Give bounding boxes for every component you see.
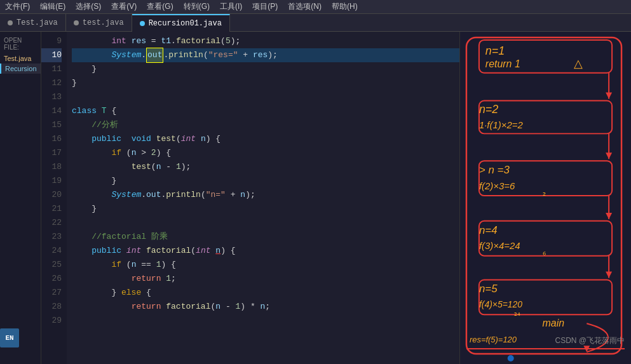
svg-point-32 — [508, 355, 514, 361]
svg-text:n=1: n=1 — [485, 44, 505, 57]
menu-view[interactable]: 查看(V) — [109, 1, 139, 12]
en-badge: EN — [0, 328, 19, 347]
code-area: 9 10 11 12 13 14 15 16 17 18 19 20 21 22… — [41, 32, 459, 364]
line-num-9: 9 — [41, 34, 62, 48]
svg-marker-17 — [606, 213, 612, 219]
code-line-19: } — [72, 174, 459, 188]
code-line-25: if ( n == 1 ) { — [72, 258, 459, 272]
tab-dot-active — [140, 21, 145, 26]
menu-go[interactable]: 转到(G) — [181, 1, 212, 12]
code-line-29 — [72, 314, 459, 328]
menu-select[interactable]: 选择(S) — [73, 1, 104, 12]
svg-text:f(4)×5=120: f(4)×5=120 — [479, 299, 522, 309]
tabbar: Test.java test.java Recursion01.java — [0, 14, 631, 32]
code-line-18: test ( n - 1 ); — [72, 160, 459, 174]
svg-text:f(3)×4=24: f(3)×4=24 — [479, 240, 520, 251]
line-num-15: 15 — [41, 118, 62, 132]
code-line-21: } — [72, 202, 459, 216]
tab-test-java[interactable]: Test.java — [0, 14, 66, 32]
code-line-26: return 1 ; — [72, 272, 459, 286]
menu-tools[interactable]: 工具(I) — [217, 1, 245, 12]
menu-help[interactable]: 帮助(H) — [329, 1, 360, 12]
line-num-16: 16 — [41, 132, 62, 146]
annotation-panel: n=1 return 1 △ n=2 1·f(1)×2=2 > n =3 f(2… — [459, 32, 631, 364]
svg-text:1·f(1)×2=2: 1·f(1)×2=2 — [479, 119, 524, 130]
code-line-20: System . out . println ( "n=" + n ); — [72, 188, 459, 202]
svg-text:f(2)×3=6: f(2)×3=6 — [479, 180, 515, 191]
svg-text:return 1: return 1 — [485, 58, 520, 69]
line-numbers: 9 10 11 12 13 14 15 16 17 18 19 20 21 22… — [41, 32, 67, 364]
line-num-10: 10 — [41, 48, 62, 62]
svg-text:₆: ₆ — [543, 248, 546, 257]
line-num-13: 13 — [41, 90, 62, 104]
main-layout: OPEN FILE: Test.java Recursion 9 10 11 1… — [0, 32, 631, 364]
line-num-24: 24 — [41, 244, 62, 258]
line-num-29: 29 — [41, 314, 62, 328]
code-line-24: public int factorial ( int n ) { — [72, 244, 459, 258]
code-line-10: System . out . println ( "res=" + res ); — [72, 48, 459, 62]
code-line-13 — [72, 90, 459, 104]
code-line-23: //factorial 阶乘 — [72, 230, 459, 244]
line-num-14: 14 — [41, 104, 62, 118]
line-num-18: 18 — [41, 160, 62, 174]
svg-marker-11 — [606, 152, 612, 159]
menu-prefs[interactable]: 首选项(N) — [285, 1, 324, 12]
svg-text:△: △ — [574, 57, 583, 70]
svg-marker-6 — [606, 93, 612, 99]
tab-label-active: Recursion01.java — [149, 19, 222, 28]
svg-text:₂: ₂ — [543, 188, 546, 198]
code-line-17: if ( n > 2 ) { — [72, 146, 459, 160]
code-content: 9 10 11 12 13 14 15 16 17 18 19 20 21 22… — [41, 32, 459, 364]
line-num-22: 22 — [41, 216, 62, 230]
csdn-watermark: CSDN @飞花落雨中 — [555, 335, 625, 346]
code-line-15: //分析 — [72, 118, 459, 132]
tab-dot — [74, 20, 79, 25]
annotation-drawing: n=1 return 1 △ n=2 1·f(1)×2=2 > n =3 f(2… — [460, 32, 631, 364]
tab-label: Test.java — [17, 18, 58, 27]
line-num-28: 28 — [41, 300, 62, 314]
line-num-21: 21 — [41, 202, 62, 216]
svg-marker-23 — [606, 272, 612, 278]
sidebar-file-test[interactable]: Test.java — [0, 53, 41, 64]
code-line-22 — [72, 216, 459, 230]
svg-text:main: main — [543, 318, 565, 328]
menubar: 文件(F) 编辑(E) 选择(S) 查看(V) 查看(G) 转到(G) 工具(I… — [0, 0, 631, 14]
svg-text:n=4: n=4 — [479, 224, 498, 236]
line-num-26: 26 — [41, 272, 62, 286]
tab-dot — [8, 20, 13, 25]
menu-file[interactable]: 文件(F) — [3, 1, 32, 12]
tab-label: test.java — [83, 18, 124, 27]
menu-edit[interactable]: 编辑(E) — [37, 1, 68, 12]
svg-text:n=2: n=2 — [479, 103, 498, 116]
code-lines: int res = t1 . factorial ( 5 ); System . — [67, 32, 459, 364]
tab-recursion-java[interactable]: Recursion01.java — [132, 14, 230, 32]
line-num-11: 11 — [41, 62, 62, 76]
svg-text:res=f(5)=120: res=f(5)=120 — [470, 335, 517, 344]
line-num-19: 19 — [41, 174, 62, 188]
line-num-27: 27 — [41, 286, 62, 300]
code-line-14: class T { — [72, 104, 459, 118]
line-num-20: 20 — [41, 188, 62, 202]
line-num-17: 17 — [41, 146, 62, 160]
code-line-12: } — [72, 76, 459, 90]
menu-project[interactable]: 项目(P) — [250, 1, 280, 12]
code-line-11: } — [72, 62, 459, 76]
svg-text:> n =3: > n =3 — [479, 164, 510, 176]
code-line-16: public void test ( int n ) { — [72, 132, 459, 146]
sidebar-file-recursion[interactable]: Recursion — [0, 64, 41, 74]
code-line-9: int res = t1 . factorial ( 5 ); — [72, 34, 459, 48]
svg-text:₂₄: ₂₄ — [514, 309, 520, 318]
code-line-27: } else { — [72, 286, 459, 300]
line-num-12: 12 — [41, 76, 62, 90]
sidebar-section-label: OPEN FILE: — [0, 34, 41, 53]
line-num-23: 23 — [41, 230, 62, 244]
code-line-28: return factorial ( n - 1 ) * n ; — [72, 300, 459, 314]
menu-goto[interactable]: 查看(G) — [144, 1, 175, 12]
svg-text:n=5: n=5 — [479, 283, 498, 295]
line-num-25: 25 — [41, 258, 62, 272]
sidebar: OPEN FILE: Test.java Recursion — [0, 32, 41, 364]
tab-test2-java[interactable]: test.java — [66, 14, 132, 32]
